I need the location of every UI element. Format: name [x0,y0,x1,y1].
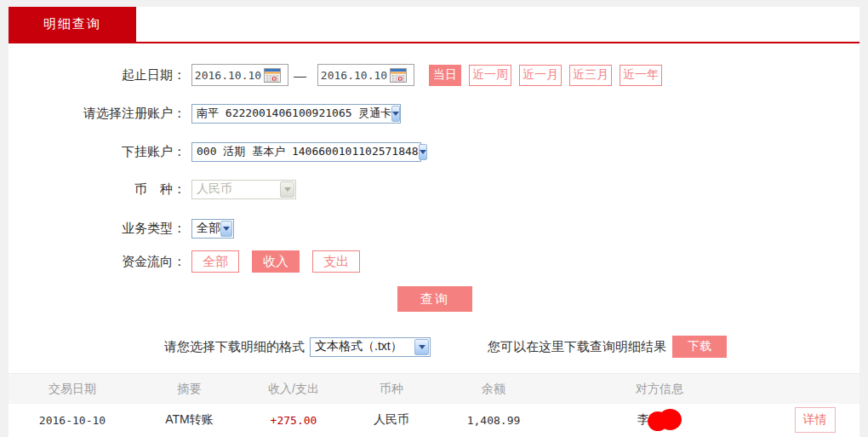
redaction-scribble [648,409,682,431]
quick-range-today-button[interactable]: 当日 [429,65,461,86]
quick-range-week-button[interactable]: 近一周 [469,65,511,86]
tab-label: 明细查询 [43,16,101,32]
calendar-icon[interactable] [390,68,407,83]
header-currency: 币种 [345,382,438,397]
linked-account-select[interactable]: 000 活期 基本户 1406600101102571848 [191,142,421,162]
quick-range-month-button[interactable]: 近一月 [519,65,562,86]
tab-detail-query[interactable]: 明细查询 [9,7,136,42]
registered-account-label: 请选择注册账户： [9,106,186,122]
start-date-input[interactable] [192,69,264,82]
download-format-value: 文本格式（.txt） [315,339,403,354]
chevron-down-icon[interactable] [414,339,429,355]
linked-account-label: 下挂账户： [9,144,186,160]
download-button[interactable]: 下载 [672,336,727,358]
business-type-row: 业务类型： 全部 [9,218,859,239]
cell-currency: 人民币 [345,412,438,428]
cell-balance: 1,408.99 [438,414,549,427]
fund-flow-label: 资金流向： [9,254,186,270]
detail-button[interactable]: 详情 [795,407,836,433]
registered-account-value: 南平 6222001406100921065 灵通卡 [197,106,391,121]
end-date-field[interactable] [317,64,414,86]
calendar-icon[interactable] [264,68,281,83]
tab-bar: 明细查询 [9,7,859,43]
header-balance: 余额 [438,382,549,397]
fund-flow-all-button[interactable]: 全部 [191,250,239,273]
date-range-label: 起止日期： [9,67,186,83]
header-amount: 收入/支出 [243,382,345,397]
download-hint: 您可以在这里下载查询明细结果 [488,339,666,355]
registered-account-row: 请选择注册账户： 南平 6222001406100921065 灵通卡 [9,103,859,124]
quick-range-3months-button[interactable]: 近三月 [569,65,612,86]
table-row: 2016-10-10 ATM转账 +275.00 人民币 1,408.99 李 … [9,404,859,436]
start-date-field[interactable] [191,64,288,86]
linked-account-value: 000 活期 基本户 1406600101102571848 [197,144,419,159]
linked-account-row: 下挂账户： 000 活期 基本户 1406600101102571848 [9,141,859,162]
fund-flow-income-button[interactable]: 收入 [252,250,300,273]
currency-label: 币 种： [9,181,186,198]
cell-amount: +275.00 [243,414,345,427]
header-date: 交易日期 [9,382,136,397]
business-type-value: 全部 [197,221,220,236]
query-form: 起止日期： — [9,43,859,358]
chevron-down-icon[interactable] [419,144,427,160]
currency-select: 人民币 [191,180,296,199]
cell-summary: ATM转账 [136,412,243,428]
cell-date: 2016-10-10 [9,414,136,427]
header-summary: 摘要 [136,382,243,397]
business-type-label: 业务类型： [9,221,186,237]
download-row: 请您选择下载明细的格式 文本格式（.txt） 您可以在这里下载查询明细结果 下载 [9,336,859,358]
quick-range-year-button[interactable]: 近一年 [620,65,662,86]
currency-value: 人民币 [197,181,232,197]
cell-actions: 详情 [770,407,859,433]
detail-query-panel: 明细查询 起止日期： — [9,7,859,437]
chevron-down-icon [280,181,294,198]
date-range-separator: — [294,68,306,83]
header-counterparty: 对方信息 [549,382,770,397]
end-date-input[interactable] [318,69,390,82]
registered-account-select[interactable]: 南平 6222001406100921065 灵通卡 [191,104,401,124]
fund-flow-expense-button[interactable]: 支出 [312,250,360,273]
date-range-row: 起止日期： — [9,64,859,86]
results-table-header: 交易日期 摘要 收入/支出 币种 余额 对方信息 [9,373,859,404]
chevron-down-icon[interactable] [220,221,232,237]
fund-flow-row: 资金流向： 全部 收入 支出 [9,250,859,273]
download-format-label: 请您选择下载明细的格式 [164,339,305,355]
cell-counterparty: 李 [549,409,770,431]
business-type-select[interactable]: 全部 [191,219,234,239]
chevron-down-icon[interactable] [391,106,400,122]
download-format-select[interactable]: 文本格式（.txt） [310,337,431,357]
tab-underline [9,42,859,43]
currency-row: 币 种： 人民币 [9,179,859,199]
query-button[interactable]: 查询 [397,286,472,312]
